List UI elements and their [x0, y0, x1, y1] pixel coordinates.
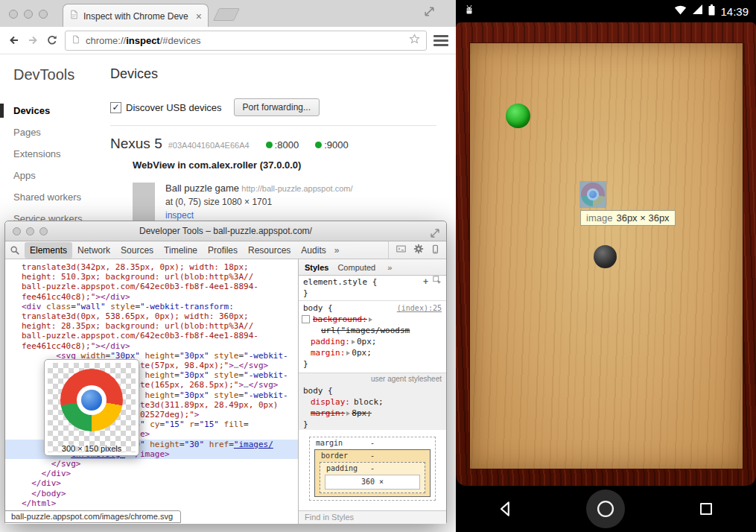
devtools-tab-resources[interactable]: Resources: [243, 242, 296, 259]
settings-gear-icon[interactable]: [413, 244, 424, 256]
code-line[interactable]: ball-puzzle.appspot.com/642ec0b3-fb8f-4e…: [5, 282, 298, 291]
search-icon[interactable]: [10, 245, 20, 256]
tab-close-icon[interactable]: ×: [196, 11, 202, 22]
recents-nav-button[interactable]: [679, 490, 733, 528]
css-value-padding[interactable]: 0px;: [357, 336, 377, 347]
home-nav-button[interactable]: [579, 490, 632, 528]
css-property-ua-margin[interactable]: margin:: [311, 408, 345, 419]
element-picker-icon[interactable]: [433, 276, 442, 288]
omnibox[interactable]: chrome://inspect/#devices: [65, 31, 427, 51]
box-model-content[interactable]: 360 ×: [325, 475, 420, 490]
back-nav-button[interactable]: [479, 490, 533, 528]
device-mode-icon[interactable]: [431, 244, 440, 257]
window-minimize-button[interactable]: [24, 10, 33, 19]
sidebar-item-extensions[interactable]: Extensions: [0, 145, 110, 163]
expand-arrow-icon[interactable]: [369, 317, 372, 322]
window-close-button[interactable]: [9, 10, 18, 19]
stylesheet-source-link[interactable]: (index):25: [397, 303, 442, 314]
devtools-tab-network[interactable]: Network: [72, 242, 115, 259]
expand-arrow-icon[interactable]: [352, 340, 355, 344]
new-tab-button[interactable]: [213, 8, 240, 21]
css-property-display[interactable]: display:: [311, 396, 350, 408]
box-model-padding[interactable]: padding- 360 ×: [320, 462, 425, 493]
code-line[interactable]: </html>: [5, 498, 298, 508]
expand-arrow-icon[interactable]: [346, 351, 350, 355]
devtools-close-button[interactable]: [13, 227, 21, 235]
expand-arrow-icon[interactable]: [346, 411, 350, 416]
css-property-margin[interactable]: margin:: [311, 347, 345, 358]
tab-computed[interactable]: Computed: [337, 263, 375, 272]
devtools-sidebar: DevTools Devices Pages Extensions Apps S…: [0, 54, 110, 231]
styles-tabs-overflow-icon[interactable]: »: [384, 263, 395, 272]
chrome-ball[interactable]: [579, 181, 606, 208]
box-model-margin[interactable]: margin- border- padding- 360 ×: [309, 437, 436, 501]
devtools-tab-audits[interactable]: Audits: [296, 242, 331, 259]
android-nav-bar: [456, 486, 756, 532]
device-row: Nexus 5 #03A404160A4E66A4 :8000 :9000: [110, 136, 456, 152]
sidebar-item-apps[interactable]: Apps: [0, 166, 110, 185]
css-value-display[interactable]: block;: [354, 396, 384, 408]
port-forwarding-button[interactable]: Port forwarding...: [234, 98, 320, 116]
tabs-overflow-icon[interactable]: »: [331, 245, 343, 256]
code-line[interactable]: </body>: [5, 489, 298, 498]
new-style-rule-icon[interactable]: +: [423, 276, 428, 287]
devtools-tab-profiles[interactable]: Profiles: [203, 242, 243, 259]
devtools-body: translate3d(342px, 28.35px, 0px); width:…: [5, 259, 446, 524]
sidebar-item-devices[interactable]: Devices: [0, 101, 110, 120]
console-drawer-icon[interactable]: [396, 244, 407, 256]
window-popout-icon[interactable]: [424, 6, 435, 20]
code-line[interactable]: </svg>: [5, 459, 298, 469]
css-value-margin[interactable]: 0px;: [352, 347, 372, 358]
menu-button[interactable]: [433, 35, 448, 46]
browser-tab[interactable]: Inspect with Chrome Deve ×: [63, 4, 209, 28]
dark-ball[interactable]: [594, 245, 617, 268]
box-model-border[interactable]: border- padding- 360 ×: [314, 449, 431, 497]
code-line[interactable]: height: 510.3px; background: url(blob:ht…: [5, 272, 298, 282]
code-line[interactable]: </div>: [5, 469, 298, 478]
element-style-rule[interactable]: element.style {: [303, 276, 377, 288]
browser-toolbar: chrome://inspect/#devices: [0, 27, 456, 54]
code-line[interactable]: height: 28.35px; background: url(blob:ht…: [5, 321, 298, 331]
port-link-8000[interactable]: :8000: [266, 139, 299, 151]
reload-button[interactable]: [46, 34, 58, 46]
sidebar-item-pages[interactable]: Pages: [0, 123, 110, 142]
webview-page-url: http://ball-puzzle.appspot.com/: [241, 184, 352, 193]
tooltip-dimensions: 36px × 36px: [616, 212, 669, 224]
devtools-popout-icon[interactable]: [430, 226, 440, 245]
code-line[interactable]: <div class="wall" style="-webkit-transfo…: [5, 302, 298, 311]
devtools-titlebar[interactable]: Developer Tools – ball-puzzle.appspot.co…: [5, 221, 446, 241]
code-line[interactable]: translate3d(0px, 538.65px, 0px); width: …: [5, 311, 298, 321]
ua-body-selector[interactable]: body {: [299, 385, 446, 396]
back-button[interactable]: [7, 34, 20, 46]
discover-usb-checkbox[interactable]: ✓: [110, 102, 121, 113]
inspect-link[interactable]: inspect: [165, 210, 194, 221]
green-ball[interactable]: [506, 104, 530, 128]
window-zoom-button[interactable]: [39, 10, 48, 19]
devtools-tab-sources[interactable]: Sources: [115, 242, 159, 259]
port-status-dot: [315, 142, 322, 148]
code-line[interactable]: ball-puzzle.appspot.com/642ec0b3-fb8f-4e…: [5, 331, 298, 341]
webview-size: size 1080 × 1701: [203, 197, 272, 207]
devtools-tab-timeline[interactable]: Timeline: [159, 242, 203, 259]
css-property-background[interactable]: background:: [313, 314, 367, 324]
code-line[interactable]: translate3d(342px, 28.35px, 0px); width:…: [5, 262, 298, 272]
devtools-zoom-button[interactable]: [39, 227, 48, 235]
code-line[interactable]: </div>: [5, 478, 298, 488]
property-checkbox[interactable]: [302, 315, 310, 323]
forward-button[interactable]: [27, 34, 39, 46]
devtools-tab-elements[interactable]: Elements: [25, 242, 72, 259]
code-line[interactable]: fee461cc40c8);"></div>: [5, 292, 298, 302]
port-link-9000[interactable]: :9000: [315, 139, 349, 151]
find-styles-input[interactable]: Find in Styles: [299, 510, 446, 524]
sidebar-item-shared-workers[interactable]: Shared workers: [0, 188, 110, 206]
css-value-background[interactable]: url("images/woodsm: [321, 326, 410, 335]
bookmark-star-icon[interactable]: [409, 34, 420, 47]
css-property-padding[interactable]: padding:: [311, 336, 350, 347]
body-rule-selector[interactable]: body {: [303, 303, 333, 314]
discover-usb-label[interactable]: Discover USB devices: [126, 102, 222, 113]
devtools-minimize-button[interactable]: [26, 227, 34, 235]
tab-styles[interactable]: Styles: [305, 263, 328, 272]
code-line[interactable]: fee461cc40c8);"></div>: [5, 341, 298, 351]
brace-close: }: [299, 358, 446, 370]
css-value-ua-margin[interactable]: 8px;: [352, 408, 372, 419]
